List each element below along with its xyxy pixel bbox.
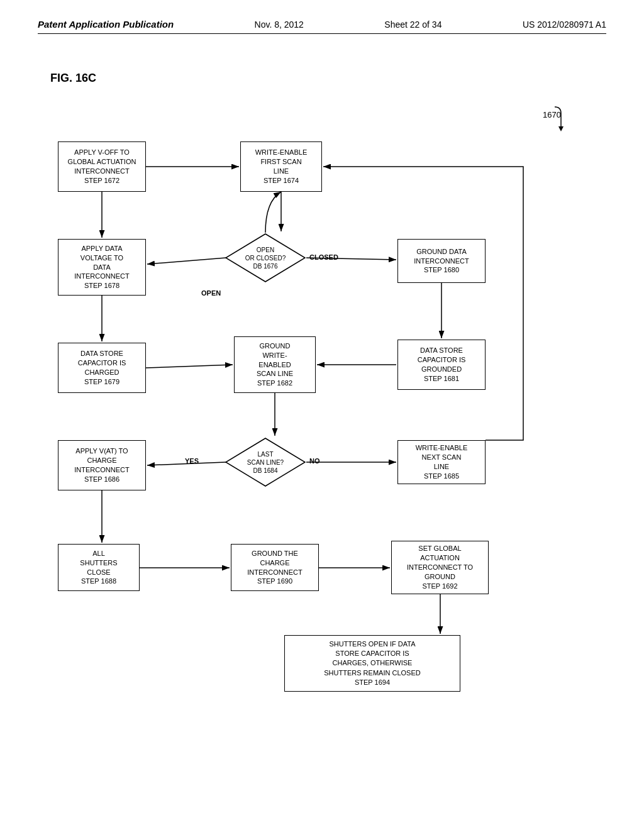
- db-1684-diamond: LASTSCAN LINE?DB 1684: [225, 437, 306, 487]
- step-1679-text: DATA STORECAPACITOR ISCHARGEDSTEP 1679: [78, 349, 126, 386]
- step-1690-box: GROUND THECHARGEINTERCONNECTSTEP 1690: [231, 544, 319, 591]
- step-1680-text: GROUND DATAINTERCONNECTSTEP 1680: [414, 247, 469, 275]
- ref-bracket: [517, 104, 567, 135]
- closed-label: CLOSED: [309, 253, 338, 261]
- header-sheet: Sheet 22 of 34: [384, 19, 441, 30]
- no-label: NO: [309, 457, 320, 465]
- step-1680-box: GROUND DATAINTERCONNECTSTEP 1680: [397, 239, 486, 283]
- step-1679-box: DATA STORECAPACITOR ISCHARGEDSTEP 1679: [58, 343, 146, 393]
- step-1686-text: APPLY V(AT) TOCHARGEINTERCONNECTSTEP 168…: [74, 446, 129, 484]
- svg-line-10: [146, 365, 233, 368]
- db-1676-diamond: OPENOR CLOSED?DB 1676: [225, 233, 306, 283]
- step-1692-box: SET GLOBALACTUATIONINTERCONNECT TOGROUND…: [391, 541, 489, 594]
- step-1672-text: APPLY V-OFF TOGLOBAL ACTUATIONINTERCONNE…: [68, 148, 136, 185]
- step-1678-text: APPLY DATAVOLTAGE TODATAINTERCONNECTSTEP…: [74, 244, 129, 290]
- step-1674-box: WRITE-ENABLEFIRST SCANLINESTEP 1674: [240, 141, 322, 192]
- step-1685-text: WRITE-ENABLENEXT SCANLINESTEP 1685: [416, 443, 468, 480]
- step-1682-text: GROUNDWRITE-ENABLEDSCAN LINESTEP 1682: [257, 341, 293, 388]
- figure-label: FIG. 16C: [50, 72, 606, 85]
- step-1672-box: APPLY V-OFF TOGLOBAL ACTUATIONINTERCONNE…: [58, 141, 146, 192]
- step-1692-text: SET GLOBALACTUATIONINTERCONNECT TOGROUND…: [407, 544, 473, 590]
- svg-line-7: [147, 258, 226, 264]
- step-1681-text: DATA STORECAPACITOR ISGROUNDEDSTEP 1681: [418, 346, 466, 383]
- step-1686-box: APPLY V(AT) TOCHARGEINTERCONNECTSTEP 168…: [58, 440, 146, 490]
- step-1688-text: ALLSHUTTERSCLOSESTEP 1688: [80, 549, 117, 586]
- svg-marker-0: [558, 126, 564, 131]
- yes-label: YES: [185, 457, 199, 465]
- step-1682-box: GROUNDWRITE-ENABLEDSCAN LINESTEP 1682: [234, 336, 316, 393]
- header-patent: US 2012/0280971 A1: [523, 19, 606, 30]
- step-1681-box: DATA STORECAPACITOR ISGROUNDEDSTEP 1681: [397, 340, 486, 390]
- step-1694-text: SHUTTERS OPEN IF DATASTORE CAPACITOR ISC…: [324, 639, 420, 688]
- header-publication-label: Patent Application Publication: [38, 19, 174, 30]
- step-1685-box: WRITE-ENABLENEXT SCANLINESTEP 1685: [397, 440, 486, 484]
- header-date: Nov. 8, 2012: [255, 19, 304, 30]
- page-header: Patent Application Publication Nov. 8, 2…: [38, 19, 606, 34]
- open-label: OPEN: [201, 289, 221, 297]
- db-1684-text: LASTSCAN LINE?DB 1684: [247, 450, 284, 475]
- step-1688-box: ALLSHUTTERSCLOSESTEP 1688: [58, 544, 140, 591]
- step-1694-box: SHUTTERS OPEN IF DATASTORE CAPACITOR ISC…: [284, 635, 460, 692]
- db-1676-text: OPENOR CLOSED?DB 1676: [245, 246, 286, 270]
- step-1674-text: WRITE-ENABLEFIRST SCANLINESTEP 1674: [255, 148, 308, 185]
- step-1690-text: GROUND THECHARGEINTERCONNECTSTEP 1690: [247, 549, 302, 586]
- flowchart-diagram: 1670 APPLY V-OFF TOGLOBAL ACTUATIONINTER…: [45, 104, 599, 701]
- patent-page: Patent Application Publication Nov. 8, 2…: [0, 0, 644, 830]
- step-1678-box: APPLY DATAVOLTAGE TODATAINTERCONNECTSTEP…: [58, 239, 146, 296]
- arrows-overlay: [45, 104, 599, 701]
